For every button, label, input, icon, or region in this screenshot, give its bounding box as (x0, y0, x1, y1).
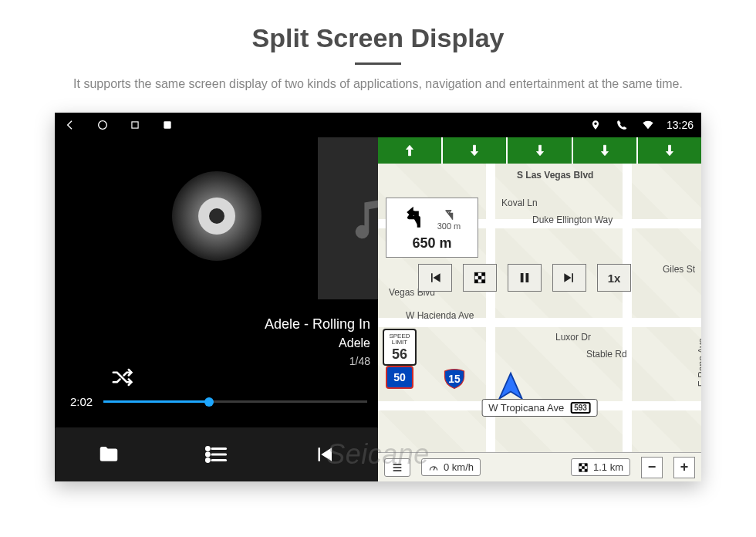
street-label: S Las Vegas Blvd (517, 170, 593, 181)
browse-folder-icon[interactable] (86, 439, 132, 470)
street-label: Giles St (663, 264, 695, 275)
svg-rect-29 (579, 469, 582, 472)
maneuver-dist: 650 m (412, 234, 451, 252)
maneuver-card: 300 m 650 m (386, 198, 478, 258)
player-footer (55, 427, 378, 481)
svg-rect-17 (481, 280, 485, 284)
street-label: W Hacienda Ave (406, 310, 474, 321)
map-canvas[interactable]: S Las Vegas Blvd Koval Ln Duke Ellington… (378, 164, 701, 452)
route-sim-controls: 1x (418, 264, 631, 293)
current-street-chip: W Tropicana Ave 593 (481, 399, 598, 417)
svg-line-24 (434, 467, 435, 471)
progress-slider[interactable] (103, 400, 367, 403)
lane-arrow-icon (506, 137, 571, 164)
home-icon[interactable] (95, 117, 110, 133)
menu-button[interactable] (384, 458, 410, 477)
svg-rect-2 (164, 122, 170, 129)
svg-point-10 (207, 454, 210, 457)
current-street-name: W Tropicana Ave (488, 402, 564, 414)
svg-rect-19 (526, 273, 529, 282)
recents-icon[interactable] (127, 117, 143, 133)
page-title: Split Screen Display (0, 23, 756, 53)
status-clock: 13:26 (667, 119, 694, 131)
lane-arrow-icon (441, 137, 506, 164)
route-shield: 50 (386, 366, 413, 389)
street-label: Stable Rd (586, 349, 627, 360)
nav-footer: 0 km/h 1.1 km − + (378, 452, 701, 481)
screenshot-icon[interactable] (160, 117, 175, 133)
svg-rect-14 (481, 273, 485, 277)
previous-track-icon[interactable] (301, 439, 347, 470)
zoom-in-button[interactable]: + (673, 457, 695, 478)
svg-rect-18 (521, 273, 524, 282)
highway-badge: 593 (570, 402, 591, 414)
svg-rect-28 (582, 466, 585, 469)
street-label: Koval Ln (501, 198, 538, 208)
street-label: E Reno Ave (697, 338, 701, 387)
street-label: Duke Ellington Way (532, 214, 613, 225)
progress-row: 2:02 (70, 395, 367, 408)
distance-value: 1.1 km (593, 461, 623, 473)
speed-limit-label: SPEED LIMIT (389, 333, 410, 346)
lane-arrow-icon (378, 137, 441, 164)
track-artist: Adele (339, 336, 370, 350)
title-underline (355, 62, 401, 65)
street-label: Luxor Dr (555, 332, 591, 343)
speed-value: 0 km/h (444, 461, 474, 473)
track-index: 1/48 (349, 355, 370, 367)
location-pin-icon (588, 117, 603, 133)
svg-rect-15 (478, 276, 482, 280)
svg-rect-16 (474, 280, 478, 284)
svg-rect-1 (132, 122, 138, 128)
sim-next-icon[interactable] (552, 264, 586, 292)
speed-display: 0 km/h (421, 458, 481, 476)
speed-limit-sign: SPEED LIMIT 56 (383, 329, 417, 366)
sim-pause-icon[interactable] (508, 264, 542, 292)
svg-rect-26 (579, 464, 582, 467)
sim-prev-icon[interactable] (418, 264, 452, 292)
album-art-disc (170, 170, 263, 262)
svg-text:15: 15 (448, 373, 461, 385)
zoom-out-button[interactable]: − (641, 457, 663, 478)
svg-point-9 (207, 448, 210, 451)
interstate-shield: 15 (443, 367, 466, 393)
playlist-icon[interactable] (193, 439, 239, 470)
music-player-pane: Adele - Rolling In Adele 1/48 2:02 (55, 137, 378, 481)
lane-arrow-icon (636, 137, 701, 164)
svg-rect-30 (585, 469, 588, 472)
lane-guidance-bar (378, 137, 701, 164)
navigation-pane: S Las Vegas Blvd Koval Ln Duke Ellington… (378, 137, 701, 481)
svg-point-11 (207, 459, 210, 462)
remaining-distance: 1.1 km (571, 458, 630, 476)
svg-rect-27 (585, 464, 588, 467)
shuffle-icon[interactable] (110, 366, 133, 392)
svg-rect-13 (474, 273, 478, 277)
status-bar: 13:26 (55, 113, 701, 137)
svg-point-0 (99, 121, 107, 130)
elapsed-time: 2:02 (70, 395, 93, 408)
speed-limit-value: 56 (387, 347, 412, 361)
sim-stop-flag-icon[interactable] (463, 264, 497, 292)
phone-icon (614, 117, 629, 133)
back-icon[interactable] (62, 117, 78, 133)
wifi-icon (640, 117, 656, 133)
lane-arrow-icon (572, 137, 636, 164)
svg-point-5 (209, 208, 224, 224)
page-subtitle: It supports the same screen display of t… (39, 76, 717, 93)
track-title: Adele - Rolling In (265, 316, 370, 333)
maneuver-next-dist: 300 m (437, 221, 461, 231)
sim-speed-button[interactable]: 1x (597, 264, 631, 292)
device-screenshot: 13:26 (55, 113, 701, 481)
